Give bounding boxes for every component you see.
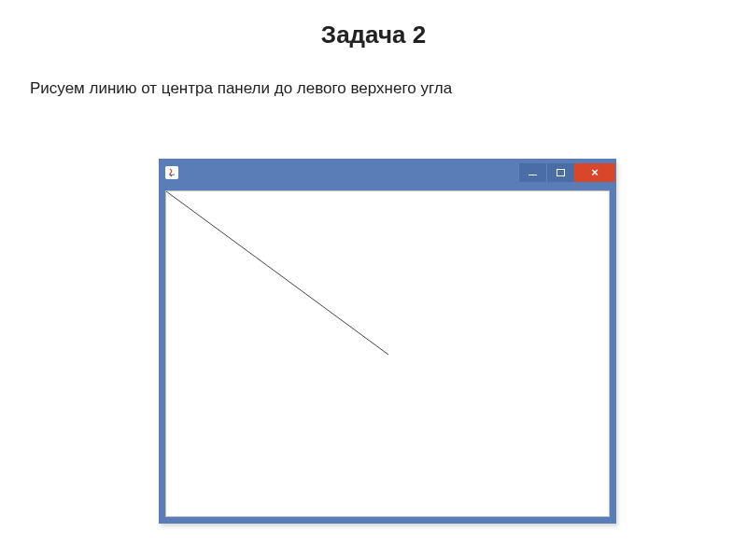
drawn-line	[166, 191, 611, 518]
window-client-area	[160, 185, 615, 523]
line-shape	[166, 191, 388, 355]
slide-description: Рисуем линию от центра панели до левого …	[0, 49, 747, 98]
java-icon	[165, 166, 178, 179]
maximize-button[interactable]	[546, 163, 574, 182]
slide-title: Задача 2	[0, 0, 747, 49]
drawing-panel	[165, 190, 610, 517]
app-window: ×	[159, 159, 616, 524]
minimize-button[interactable]	[518, 163, 546, 182]
window-titlebar[interactable]: ×	[160, 160, 615, 185]
window-controls: ×	[518, 163, 615, 182]
close-button[interactable]: ×	[574, 163, 615, 182]
